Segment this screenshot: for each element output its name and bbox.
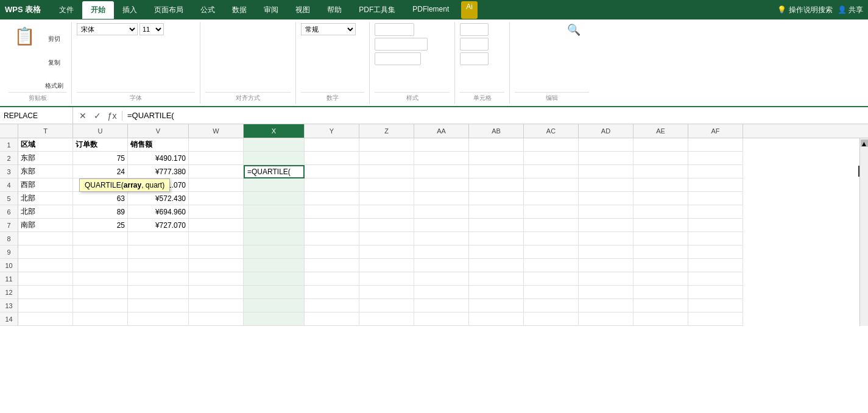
vertical-scrollbar[interactable]: ▲ xyxy=(859,138,868,326)
cell-AD13[interactable] xyxy=(579,299,633,312)
col-header-AA[interactable]: AA xyxy=(414,124,469,138)
cell-Y11[interactable] xyxy=(305,272,359,286)
cell-U2[interactable]: 75 xyxy=(73,152,128,165)
cell-X9[interactable] xyxy=(244,245,305,259)
row-num-13[interactable]: 13 xyxy=(0,299,18,312)
cell-Y12[interactable] xyxy=(305,286,359,299)
cell-AF2[interactable] xyxy=(688,152,743,165)
cell-AC2[interactable] xyxy=(524,152,579,165)
cell-W10[interactable] xyxy=(189,259,244,272)
indent-decrease-button[interactable]: ← xyxy=(239,38,250,48)
cell-W5[interactable] xyxy=(189,192,244,205)
cell-AC11[interactable] xyxy=(524,272,579,286)
cell-AA3[interactable] xyxy=(414,165,469,178)
row-num-7[interactable]: 7 xyxy=(0,219,18,232)
number-format-select[interactable]: 常规 xyxy=(301,23,356,35)
cell-T3[interactable]: 东部 xyxy=(18,165,73,178)
cell-AD5[interactable] xyxy=(579,192,633,205)
cell-AF11[interactable] xyxy=(688,272,743,286)
row-num-10[interactable]: 10 xyxy=(0,259,18,272)
cell-AB1[interactable] xyxy=(469,138,524,152)
cell-W6[interactable] xyxy=(189,205,244,219)
cell-V9[interactable] xyxy=(128,245,189,259)
cell-AE14[interactable] xyxy=(633,312,688,326)
cell-X8[interactable] xyxy=(244,232,305,245)
cell-AC10[interactable] xyxy=(524,259,579,272)
cell-W13[interactable] xyxy=(189,299,244,312)
cell-AF12[interactable] xyxy=(688,286,743,299)
font-name-select[interactable]: 宋体 xyxy=(77,23,138,35)
cell-Z8[interactable] xyxy=(359,232,414,245)
cell-AC4[interactable] xyxy=(524,178,579,192)
cell-T4[interactable]: 西部 xyxy=(18,178,73,192)
cell-AC3[interactable] xyxy=(524,165,579,178)
cell-AD3[interactable] xyxy=(579,165,633,178)
menu-item-help[interactable]: 帮助 xyxy=(319,1,350,19)
cell-Z10[interactable] xyxy=(359,259,414,272)
cell-Z12[interactable] xyxy=(359,286,414,299)
cell-X1[interactable] xyxy=(244,138,305,152)
increase-font-button[interactable]: A↑ xyxy=(166,24,179,35)
cell-AC1[interactable] xyxy=(524,138,579,152)
cell-Y7[interactable] xyxy=(305,219,359,232)
cell-AF5[interactable] xyxy=(688,192,743,205)
cell-T8[interactable] xyxy=(18,232,73,245)
cell-Y13[interactable] xyxy=(305,299,359,312)
cell-U7[interactable]: 25 xyxy=(73,219,128,232)
cell-AE10[interactable] xyxy=(633,259,688,272)
align-left-button[interactable]: ≡ xyxy=(205,37,215,48)
cell-Z5[interactable] xyxy=(359,192,414,205)
cell-T11[interactable] xyxy=(18,272,73,286)
cell-U8[interactable] xyxy=(73,232,128,245)
cell-AD14[interactable] xyxy=(579,312,633,326)
cell-AA12[interactable] xyxy=(414,286,469,299)
orientation-button[interactable]: ↗ xyxy=(243,23,255,35)
sort-filter-button[interactable]: ⇅ 排序和筛选 xyxy=(526,23,556,45)
cell-Z13[interactable] xyxy=(359,299,414,312)
cell-U12[interactable] xyxy=(73,286,128,299)
cell-V1[interactable]: 销售额 xyxy=(128,138,189,152)
cell-T7[interactable]: 南部 xyxy=(18,219,73,232)
cell-Y3[interactable] xyxy=(305,165,359,178)
share-button[interactable]: 👤 共享 xyxy=(838,5,863,15)
cell-W4[interactable] xyxy=(189,178,244,192)
cell-AA6[interactable] xyxy=(414,205,469,219)
cell-X6[interactable] xyxy=(244,205,305,219)
insert-cell-button[interactable]: 插入▼ xyxy=(460,23,489,36)
cell-AE11[interactable] xyxy=(633,272,688,286)
cell-AA13[interactable] xyxy=(414,299,469,312)
align-right-button[interactable]: ≡ xyxy=(228,37,238,48)
cell-T12[interactable] xyxy=(18,286,73,299)
cell-AB6[interactable] xyxy=(469,205,524,219)
border-button[interactable]: ⊞▼ xyxy=(118,38,135,49)
delete-cell-button[interactable]: 删除▼ xyxy=(460,38,489,51)
search-operations[interactable]: 💡 操作说明搜索 xyxy=(777,5,832,15)
cell-AD1[interactable] xyxy=(579,138,633,152)
cell-Z3[interactable] xyxy=(359,165,414,178)
cell-AA8[interactable] xyxy=(414,232,469,245)
font-size-select[interactable]: 11 xyxy=(139,23,164,35)
col-header-V[interactable]: V xyxy=(128,124,189,138)
cell-AC14[interactable] xyxy=(524,312,579,326)
cell-W11[interactable] xyxy=(189,272,244,286)
cell-AD9[interactable] xyxy=(579,245,633,259)
cell-Z4[interactable] xyxy=(359,178,414,192)
insert-function-icon[interactable]: ƒx xyxy=(106,111,118,121)
cell-U1[interactable]: 订单数 xyxy=(73,138,128,152)
cell-W14[interactable] xyxy=(189,312,244,326)
row-num-12[interactable]: 12 xyxy=(0,286,18,299)
thousands-button[interactable]: ， xyxy=(314,37,326,50)
row-num-1[interactable]: 1 xyxy=(0,138,18,152)
col-header-T[interactable]: T xyxy=(18,124,73,138)
cell-AD10[interactable] xyxy=(579,259,633,272)
col-header-X[interactable]: X xyxy=(244,124,305,138)
cell-Y9[interactable] xyxy=(305,245,359,259)
row-num-11[interactable]: 11 xyxy=(0,272,18,286)
cell-AB2[interactable] xyxy=(469,152,524,165)
cell-X14[interactable] xyxy=(244,312,305,326)
cell-Z11[interactable] xyxy=(359,272,414,286)
cell-V6[interactable]: ¥694.960 xyxy=(128,205,189,219)
col-header-Z[interactable]: Z xyxy=(359,124,414,138)
align-center-button[interactable]: ≡ xyxy=(216,37,226,48)
cell-AC6[interactable] xyxy=(524,205,579,219)
